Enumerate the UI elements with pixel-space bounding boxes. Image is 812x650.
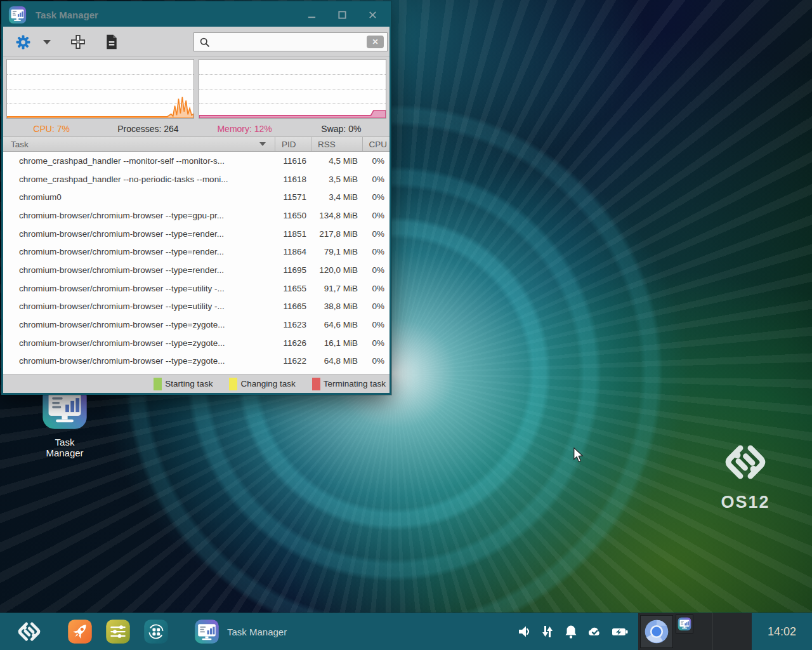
- pid-cell: 11626: [275, 338, 311, 348]
- network-arrows-icon[interactable]: [540, 624, 555, 639]
- column-header-rss[interactable]: RSS: [311, 137, 362, 151]
- app-grid-button[interactable]: [143, 619, 169, 644]
- settings-dropdown-button[interactable]: [39, 32, 55, 51]
- pid-cell: 11851: [275, 229, 311, 239]
- pick-process-button[interactable]: [67, 32, 89, 51]
- task-cell: chrome_crashpad_handler --monitor-self -…: [3, 156, 275, 166]
- task-cell: chromium-browser/chromium-browser --type…: [3, 356, 275, 366]
- maximize-button[interactable]: [332, 7, 351, 23]
- report-button[interactable]: [101, 32, 122, 51]
- taskbar-entry-label: Task Manager: [227, 627, 287, 637]
- battery-charging-icon[interactable]: [610, 624, 629, 639]
- cpu-cell: 0%: [362, 175, 390, 184]
- table-row[interactable]: chromium-browser/chromium-browser --type…: [3, 279, 390, 298]
- cpu-cell: 0%: [362, 156, 390, 166]
- search-field[interactable]: ✕: [193, 32, 388, 51]
- table-row[interactable]: chromium-browser/chromium-browser --type…: [3, 225, 390, 243]
- tray-entry-task-manager[interactable]: [676, 614, 693, 633]
- table-row[interactable]: chromium-browser/chromium-browser --type…: [3, 298, 390, 316]
- document-icon: [105, 34, 119, 50]
- swap-stat: Swap: 0%: [293, 124, 390, 134]
- rss-cell: 64,6 MiB: [311, 320, 362, 329]
- table-row[interactable]: chrome_crashpad_handler --monitor-self -…: [3, 152, 390, 170]
- table-row[interactable]: chromium-browser/chromium-browser --type…: [3, 206, 390, 225]
- table-row[interactable]: chromium0 11571 3,4 MiB 0%: [3, 188, 390, 206]
- window-titlebar[interactable]: Task Manager: [3, 3, 390, 27]
- legend-label: Changing task: [240, 379, 295, 388]
- sort-descending-icon: [259, 142, 266, 146]
- sliders-icon: [105, 619, 131, 644]
- task-manager-icon: [8, 6, 27, 24]
- cloud-sync-icon[interactable]: [587, 624, 602, 639]
- cpu-cell: 0%: [362, 192, 390, 202]
- legend-swatch: [229, 378, 237, 390]
- taskbar-entry-task-manager[interactable]: Task Manager: [194, 619, 287, 644]
- table-row[interactable]: chromium-browser/chromium-browser --type…: [3, 352, 390, 371]
- cpu-cell: 0%: [362, 265, 390, 275]
- rss-cell: 79,1 MiB: [311, 247, 362, 256]
- stats-bar: CPU: 7% Processes: 264 Memory: 12% Swap:…: [3, 121, 390, 136]
- table-header: Task PID RSS CPU: [3, 136, 390, 152]
- column-header-task[interactable]: Task: [3, 137, 275, 151]
- rss-cell: 91,7 MiB: [311, 284, 362, 293]
- legend-item: Starting task: [154, 378, 213, 390]
- tweaks-app-button[interactable]: [105, 619, 131, 644]
- cpu-stat: CPU: 7%: [3, 124, 100, 134]
- cpu-cell: 0%: [362, 320, 390, 329]
- cpu-cell: 0%: [362, 302, 390, 311]
- search-input[interactable]: [210, 37, 367, 47]
- minimize-button[interactable]: [302, 7, 321, 23]
- os12-logo-icon: [15, 618, 43, 646]
- launcher-button[interactable]: [14, 616, 44, 647]
- column-header-cpu[interactable]: CPU: [362, 137, 390, 151]
- table-row[interactable]: chromium-browser/chromium-browser --type…: [3, 334, 390, 352]
- rss-cell: 120,0 MiB: [311, 265, 362, 275]
- legend-item: Terminating task: [312, 378, 386, 390]
- system-tray: [516, 624, 629, 639]
- memory-stat: Memory: 12%: [197, 124, 293, 134]
- legend-label: Terminating task: [324, 379, 386, 388]
- close-button[interactable]: [363, 7, 382, 23]
- memory-graph: [199, 59, 386, 119]
- window-title: Task Manager: [36, 10, 291, 20]
- table-row[interactable]: chrome_crashpad_handler --no-periodic-ta…: [3, 170, 390, 189]
- cpu-cell: 0%: [362, 284, 390, 293]
- processes-stat: Processes: 264: [100, 124, 196, 134]
- os12-logo-text: OS12: [718, 493, 773, 512]
- tray-separator: [712, 613, 713, 650]
- search-icon: [199, 37, 210, 48]
- task-manager-icon: [678, 617, 691, 631]
- volume-icon[interactable]: [516, 624, 532, 639]
- rss-cell: 3,4 MiB: [311, 192, 362, 202]
- task-cell: chromium-browser/chromium-browser --type…: [3, 211, 275, 220]
- clear-search-button[interactable]: ✕: [367, 36, 384, 48]
- rss-cell: 4,5 MiB: [311, 156, 362, 166]
- rocket-app-button[interactable]: [67, 619, 93, 644]
- task-cell: chromium0: [3, 192, 275, 202]
- os12-wallpaper-logo: OS12: [718, 437, 773, 512]
- settings-button[interactable]: [12, 32, 34, 51]
- rss-cell: 3,5 MiB: [311, 175, 362, 184]
- pid-cell: 11650: [275, 211, 311, 220]
- cpu-cell: 0%: [362, 211, 390, 220]
- window-toolbar: ✕: [3, 27, 390, 57]
- mouse-cursor: [572, 448, 586, 463]
- crosshair-icon: [70, 34, 86, 50]
- legend: Starting taskChanging taskTerminating ta…: [3, 374, 390, 393]
- pid-cell: 11655: [275, 284, 311, 293]
- tray-entry-chromium[interactable]: [640, 615, 673, 648]
- column-header-pid[interactable]: PID: [275, 137, 311, 151]
- task-cell: chromium-browser/chromium-browser --type…: [3, 229, 275, 239]
- legend-item: Changing task: [229, 378, 295, 390]
- table-row[interactable]: chromium-browser/chromium-browser --type…: [3, 242, 390, 261]
- table-row[interactable]: chromium-browser/chromium-browser --type…: [3, 261, 390, 279]
- desktop: OS12 Task Manager Task Manager: [0, 0, 812, 650]
- notifications-bell-icon[interactable]: [563, 624, 579, 639]
- rss-cell: 217,8 MiB: [311, 229, 362, 239]
- table-row[interactable]: chromium-browser/chromium-browser --type…: [3, 315, 390, 334]
- cpu-cell: 0%: [362, 338, 390, 348]
- taskbar: Task Manager: [0, 613, 812, 650]
- taskbar-clock[interactable]: 14:02: [752, 625, 812, 639]
- task-cell: chromium-browser/chromium-browser --type…: [3, 284, 275, 293]
- rss-cell: 38,8 MiB: [311, 302, 362, 311]
